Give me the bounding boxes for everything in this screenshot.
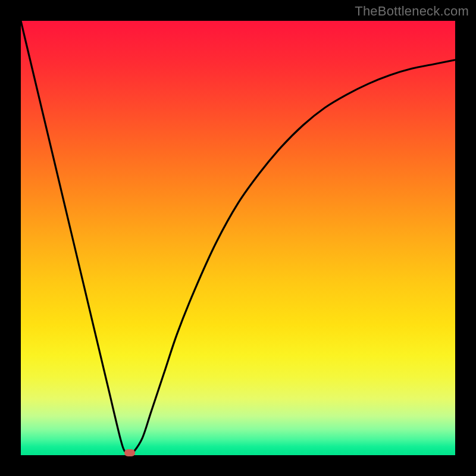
curve-svg	[21, 21, 455, 455]
chart-frame: TheBottleneck.com	[0, 0, 476, 476]
plot-area	[21, 21, 455, 455]
watermark-text: TheBottleneck.com	[355, 4, 469, 19]
minimum-marker	[124, 449, 135, 456]
bottleneck-curve-path	[21, 21, 455, 454]
